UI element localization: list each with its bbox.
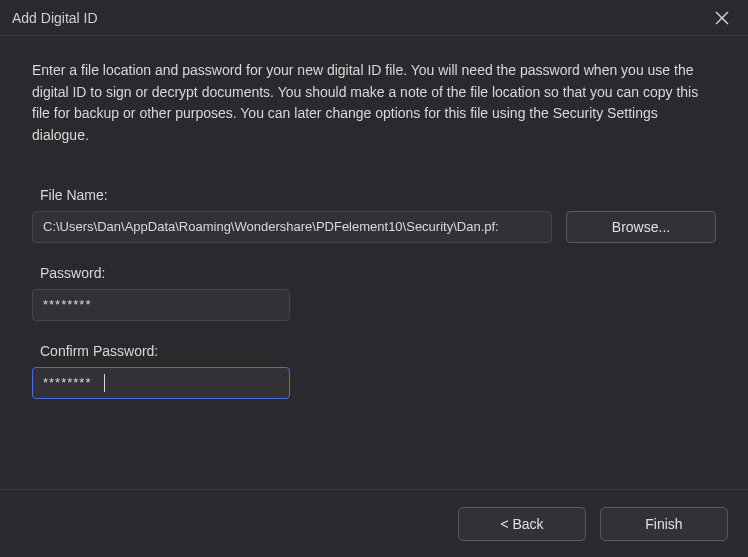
back-button[interactable]: < Back xyxy=(458,507,586,541)
finish-button[interactable]: Finish xyxy=(600,507,728,541)
dialog-footer: < Back Finish xyxy=(0,489,748,557)
window-title: Add Digital ID xyxy=(12,10,98,26)
password-label: Password: xyxy=(32,265,716,281)
filename-field-group: File Name: Browse... xyxy=(32,187,716,243)
password-field-group: Password: xyxy=(32,265,716,321)
confirm-password-label: Confirm Password: xyxy=(32,343,716,359)
password-input[interactable] xyxy=(32,289,290,321)
close-icon xyxy=(715,11,729,25)
filename-label: File Name: xyxy=(32,187,716,203)
confirm-password-wrapper xyxy=(32,367,290,399)
filename-row: Browse... xyxy=(32,211,716,243)
titlebar: Add Digital ID xyxy=(0,0,748,36)
browse-button[interactable]: Browse... xyxy=(566,211,716,243)
close-button[interactable] xyxy=(708,4,736,32)
confirm-password-field-group: Confirm Password: xyxy=(32,343,716,399)
confirm-password-input[interactable] xyxy=(32,367,290,399)
description-text: Enter a file location and password for y… xyxy=(32,60,716,147)
text-cursor xyxy=(104,374,105,392)
filename-input[interactable] xyxy=(32,211,552,243)
dialog-content: Enter a file location and password for y… xyxy=(0,36,748,399)
